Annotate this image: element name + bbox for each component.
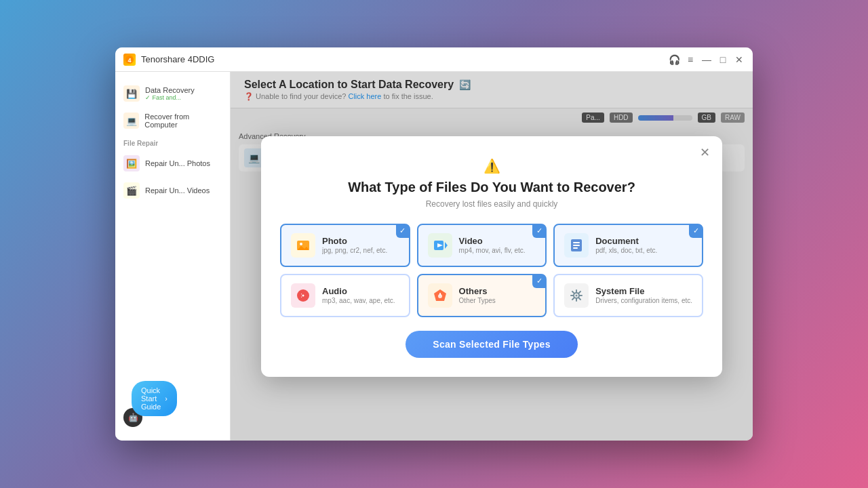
video-name: Video	[459, 236, 536, 246]
app-content: 💾 Data Recovery ✓ Fast and... 💻 Recover …	[115, 72, 753, 441]
document-icon	[564, 233, 589, 258]
file-type-system[interactable]: ✓ System File Drivers, configura	[553, 274, 703, 317]
scan-button[interactable]: Scan Selected File Types	[406, 331, 577, 358]
repair-photos-icon: 🖼️	[123, 155, 140, 171]
sidebar-item-repair-photos[interactable]: 🖼️ Repair Un... Photos	[115, 150, 230, 177]
app-logo: 4	[123, 54, 136, 66]
sidebar-item-recover-computer[interactable]: 💻 Recover from Computer	[115, 107, 230, 134]
file-type-audio[interactable]: ✓ Audio mp3,	[280, 274, 410, 317]
others-name: Others	[459, 286, 536, 296]
window-controls: 🎧 ≡ — □ ✕	[669, 54, 745, 65]
modal-warning-icon: ⚠️	[280, 158, 703, 174]
audio-info: Audio mp3, aac, wav, ape, etc.	[322, 286, 399, 304]
quick-start-button[interactable]: Quick Start Guide ›	[132, 381, 177, 416]
sidebar-data-recovery-label: Data Recovery	[145, 86, 195, 94]
file-type-video[interactable]: ✓ Video mp4, mov, avi, flv, etc.	[417, 224, 547, 267]
video-info: Video mp4, mov, avi, flv, etc.	[459, 236, 536, 254]
modal-title: What Type of Files Do You Want to Recove…	[280, 180, 703, 195]
sidebar: 💾 Data Recovery ✓ Fast and... 💻 Recover …	[115, 72, 231, 441]
svg-point-14	[302, 294, 304, 296]
photo-exts: jpg, png, cr2, nef, etc.	[322, 247, 399, 254]
video-check: ✓	[532, 224, 546, 238]
modal-overlay: ✕ ⚠️ What Type of Files Do You Want to R…	[231, 72, 753, 441]
photo-check: ✓	[396, 224, 410, 238]
close-button[interactable]: ✕	[734, 54, 745, 65]
menu-icon[interactable]: ≡	[685, 54, 696, 65]
others-info: Others Other Types	[459, 286, 536, 304]
modal-subtitle: Recovery lost files easily and quickly	[280, 199, 703, 209]
document-name: Document	[595, 236, 692, 246]
svg-text:4: 4	[127, 57, 131, 64]
file-type-document[interactable]: ✓ Document pd	[553, 224, 703, 267]
file-type-others[interactable]: ✓ Others Other Types	[417, 274, 547, 317]
quick-start-arrow: ›	[165, 394, 167, 403]
system-name: System File	[595, 286, 692, 296]
svg-rect-9	[573, 242, 580, 243]
file-type-photo[interactable]: ✓ Photo jpg, png, cr2, nef, etc.	[280, 224, 410, 267]
sidebar-item-repair-videos[interactable]: 🎬 Repair Un... Videos	[115, 177, 230, 204]
sidebar-repair-photos-label: Repair Un... Photos	[145, 159, 210, 167]
recover-computer-icon: 💻	[123, 113, 139, 129]
audio-icon	[291, 283, 315, 308]
file-type-grid: ✓ Photo jpg, png, cr2, nef, etc.	[280, 224, 703, 317]
audio-exts: mp3, aac, wav, ape, etc.	[322, 297, 399, 304]
data-recovery-icon: 💾	[123, 85, 140, 102]
audio-name: Audio	[322, 286, 399, 296]
repair-videos-icon: 🎬	[123, 182, 140, 199]
system-exts: Drivers, configuration items, etc.	[595, 297, 692, 304]
svg-point-19	[576, 294, 578, 296]
video-icon	[428, 233, 452, 258]
photo-name: Photo	[322, 236, 399, 246]
system-info: System File Drivers, configuration items…	[595, 286, 692, 304]
sidebar-item-data-recovery[interactable]: 💾 Data Recovery ✓ Fast and...	[115, 80, 230, 107]
photo-icon	[291, 233, 315, 258]
modal-close-button[interactable]: ✕	[696, 144, 713, 161]
quick-start-wrapper: 🤖 Quick Start Guide ›	[123, 408, 142, 430]
sidebar-repair-videos-label: Repair Un... Videos	[145, 186, 210, 195]
title-bar: 4 Tenorshare 4DDIG 🎧 ≡ — □ ✕	[115, 47, 753, 72]
others-check: ✓	[532, 274, 546, 288]
svg-rect-17	[439, 293, 441, 296]
photo-info: Photo jpg, png, cr2, nef, etc.	[322, 236, 399, 254]
svg-rect-10	[573, 245, 580, 246]
quick-start-label: Quick Start Guide	[141, 386, 161, 411]
svg-rect-11	[573, 247, 578, 249]
modal-dialog: ✕ ⚠️ What Type of Files Do You Want to R…	[261, 136, 722, 377]
document-check: ✓	[689, 224, 703, 238]
svg-marker-6	[445, 242, 448, 249]
file-repair-title: File Repair	[115, 134, 230, 150]
main-area: Select A Location to Start Data Recovery…	[231, 72, 753, 441]
headphone-icon[interactable]: 🎧	[669, 54, 679, 65]
others-icon	[428, 283, 452, 308]
svg-point-3	[300, 243, 302, 245]
app-title: Tenorshare 4DDIG	[141, 54, 669, 64]
minimize-button[interactable]: —	[701, 54, 712, 65]
others-exts: Other Types	[459, 297, 536, 304]
system-icon	[564, 283, 589, 308]
sidebar-data-recovery-sublabel: ✓ Fast and...	[145, 94, 195, 101]
app-window: 4 Tenorshare 4DDIG 🎧 ≡ — □ ✕ 💾 Data Reco…	[115, 47, 753, 441]
sidebar-recover-computer-label: Recover from Computer	[144, 113, 222, 129]
document-info: Document pdf, xls, doc, txt, etc.	[595, 236, 692, 254]
maximize-button[interactable]: □	[717, 54, 728, 65]
video-exts: mp4, mov, avi, flv, etc.	[459, 247, 536, 254]
document-exts: pdf, xls, doc, txt, etc.	[595, 247, 692, 254]
